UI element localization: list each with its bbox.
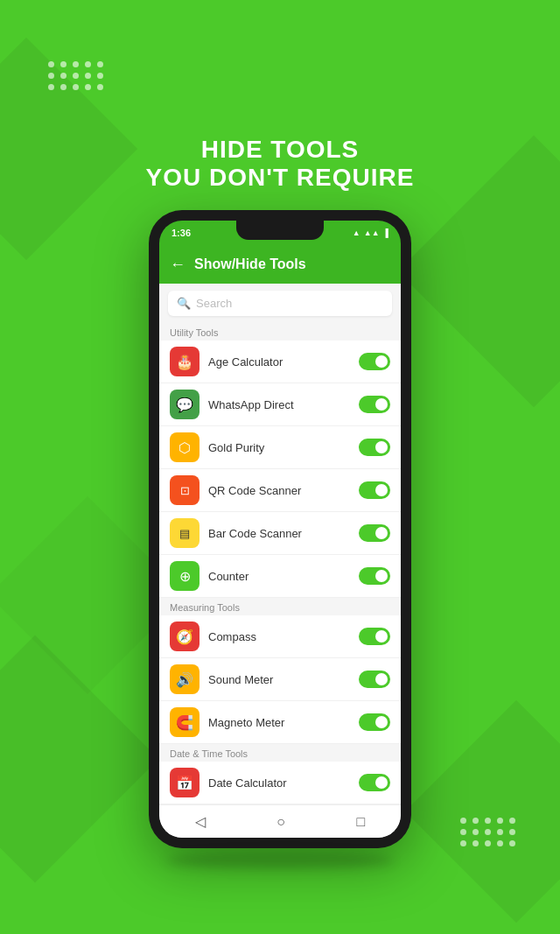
diamond-shape <box>0 636 158 883</box>
phone-mockup: 1:36 ▲ ▲▲ ▐ ← Show/Hide Tools 🔍 Search U… <box>149 210 411 869</box>
bar-scanner-label: Bar Code Scanner <box>208 527 350 540</box>
whatsapp-direct-label: WhatsApp Direct <box>208 398 350 411</box>
gold-purity-toggle[interactable] <box>359 439 390 456</box>
battery-icon: ▐ <box>383 228 388 237</box>
date-calculator-icon: 📅 <box>170 768 200 797</box>
sound-meter-toggle[interactable] <box>359 671 390 688</box>
sound-meter-label: Sound Meter <box>208 673 350 686</box>
status-time: 1:36 <box>172 228 191 238</box>
date-calculator-label: Date Calculator <box>208 776 350 790</box>
heading-line2: YOU DON'T REQUIRE <box>0 164 560 192</box>
qr-scanner-toggle[interactable] <box>359 481 390 499</box>
magneto-meter-icon: 🧲 <box>170 707 200 737</box>
counter-toggle[interactable] <box>359 567 390 585</box>
phone-body: 1:36 ▲ ▲▲ ▐ ← Show/Hide Tools 🔍 Search U… <box>149 210 411 848</box>
magneto-meter-toggle[interactable] <box>359 713 390 731</box>
dot-grid-bottom-right <box>460 818 516 846</box>
tool-row-bar-scanner: ▤ Bar Code Scanner <box>159 512 401 555</box>
app-header: ← Show/Hide Tools <box>159 245 401 284</box>
diamond-shape <box>405 700 560 923</box>
tool-row-age-calculator: 🎂 Age Calculator <box>159 341 401 383</box>
main-heading: HIDE TOOLS YOU DON'T REQUIRE <box>0 136 560 192</box>
tool-row-date-calculator: 📅 Date Calculator <box>159 762 401 804</box>
tool-row-qr-scanner: ⊡ QR Code Scanner <box>159 469 401 512</box>
tool-row-gold-purity: ⬡ Gold Purity <box>159 426 401 469</box>
qr-scanner-label: QR Code Scanner <box>208 484 350 497</box>
dot-grid-top-left <box>48 61 104 90</box>
heading-line1: HIDE TOOLS <box>0 136 560 164</box>
phone-reflection <box>166 852 394 869</box>
age-calculator-toggle[interactable] <box>359 353 390 370</box>
bar-scanner-toggle[interactable] <box>359 524 390 542</box>
navigation-bar: ◁ ○ □ <box>159 804 401 838</box>
tool-row-magneto-meter: 🧲 Magneto Meter <box>159 701 401 744</box>
sound-meter-icon: 🔊 <box>170 664 200 694</box>
compass-toggle[interactable] <box>359 628 390 645</box>
tool-row-counter: ⊕ Counter <box>159 555 401 598</box>
search-placeholder: Search <box>196 297 232 310</box>
gold-purity-icon: ⬡ <box>170 432 200 462</box>
app-title: Show/Hide Tools <box>194 256 306 272</box>
age-calculator-icon: 🎂 <box>170 347 200 376</box>
whatsapp-direct-toggle[interactable] <box>359 396 390 413</box>
tool-row-sound-meter: 🔊 Sound Meter <box>159 658 401 701</box>
nav-recent-icon[interactable]: □ <box>357 814 366 830</box>
section-label-utility: Utility Tools <box>159 323 401 341</box>
counter-label: Counter <box>208 570 350 583</box>
app-screen: ← Show/Hide Tools 🔍 Search Utility Tools… <box>159 245 401 838</box>
section-label-datetime: Date & Time Tools <box>159 744 401 762</box>
back-button[interactable]: ← <box>170 256 186 274</box>
compass-icon: 🧭 <box>170 621 200 651</box>
date-calculator-toggle[interactable] <box>359 774 390 791</box>
section-label-measuring: Measuring Tools <box>159 598 401 615</box>
signal-icon: ▲▲ <box>364 228 380 237</box>
bar-scanner-icon: ▤ <box>170 518 200 548</box>
age-calculator-label: Age Calculator <box>208 355 350 369</box>
search-bar[interactable]: 🔍 Search <box>168 291 392 316</box>
magneto-meter-label: Magneto Meter <box>208 716 350 729</box>
nav-back-icon[interactable]: ◁ <box>195 813 206 830</box>
wifi-icon: ▲ <box>353 228 360 237</box>
tool-row-compass: 🧭 Compass <box>159 615 401 658</box>
tool-row-whatsapp-direct: 💬 WhatsApp Direct <box>159 383 401 426</box>
status-icons: ▲ ▲▲ ▐ <box>353 228 388 237</box>
qr-scanner-icon: ⊡ <box>170 475 200 505</box>
compass-label: Compass <box>208 630 350 643</box>
whatsapp-direct-icon: 💬 <box>170 390 200 419</box>
counter-icon: ⊕ <box>170 561 200 591</box>
nav-home-icon[interactable]: ○ <box>276 814 285 830</box>
phone-notch <box>236 221 324 240</box>
search-icon: 🔍 <box>177 297 191 310</box>
gold-purity-label: Gold Purity <box>208 441 350 454</box>
